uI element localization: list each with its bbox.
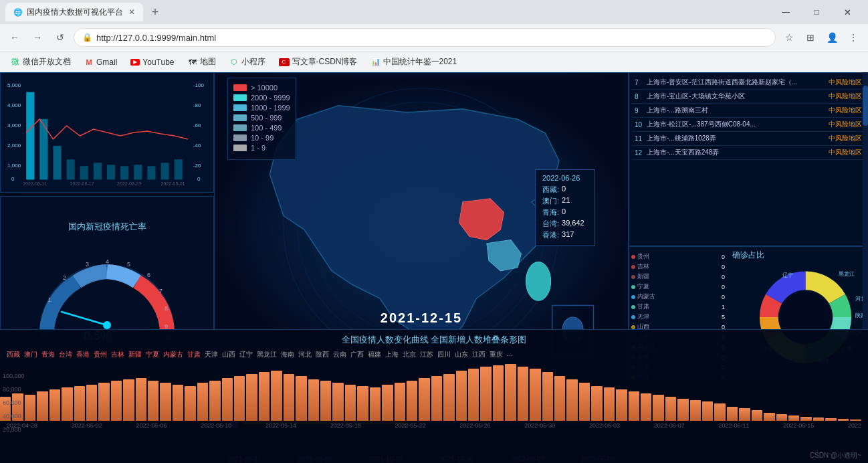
province-tab[interactable]: 香港 <box>76 350 90 359</box>
table-row: 11 上海市-...桃浦路1028弄 中风险地区 <box>632 132 865 146</box>
bar <box>395 383 405 421</box>
account-icon[interactable]: 👤 <box>823 28 841 47</box>
province-tab[interactable]: 吉林 <box>111 350 124 359</box>
bar <box>197 383 208 421</box>
scrollbar[interactable] <box>863 72 868 329</box>
legend-item: 1000 - 1999 <box>233 104 290 112</box>
province-tab[interactable]: 江苏 <box>420 350 433 359</box>
tab-close-icon[interactable]: ✕ <box>128 7 135 17</box>
province-tab[interactable]: 山东 <box>455 350 468 359</box>
map-date: 2021-12-15 <box>381 310 462 326</box>
bar <box>850 420 861 421</box>
province-tab[interactable]: 澳门 <box>24 350 37 359</box>
gauge-title: 国内新冠疫情死亡率 <box>68 221 146 233</box>
svg-rect-18 <box>107 165 115 179</box>
province-tab[interactable]: 江西 <box>472 350 485 359</box>
maximize-button[interactable]: □ <box>801 0 832 24</box>
bookmark-icon[interactable]: ☆ <box>780 28 798 47</box>
legend-item: > 10000 <box>233 84 290 92</box>
bookmark-csdn-label: 写文章-CSDN博客 <box>292 56 358 68</box>
province-tab[interactable]: 陕西 <box>316 350 329 359</box>
bar <box>345 385 356 421</box>
svg-text:2022-06-23: 2022-06-23 <box>117 181 141 186</box>
legend-item: 1 - 9 <box>233 144 290 152</box>
bookmark-miniapp[interactable]: ⬡ 小程序 <box>225 55 269 69</box>
bar <box>468 369 479 421</box>
bar <box>604 387 615 421</box>
browser-chrome: 🌐 国内疫情大数据可视化平台 ✕ + — □ ✕ ← → ↺ 🔒 http://… <box>0 0 868 72</box>
province-tab[interactable]: 甘肃 <box>187 350 201 359</box>
bookmark-csdn[interactable]: C 写文章-CSDN博客 <box>275 55 362 69</box>
province-tab[interactable]: 宁夏 <box>146 350 159 359</box>
province-tab[interactable]: ... <box>507 350 512 359</box>
bar <box>332 383 343 421</box>
province-tab[interactable]: 海南 <box>281 350 294 359</box>
bar <box>271 371 282 421</box>
back-button[interactable]: ← <box>5 28 24 47</box>
legend-label-6: 10 - 99 <box>251 134 274 142</box>
province-tab[interactable]: 四川 <box>437 350 451 359</box>
province-tab[interactable]: 云南 <box>333 350 346 359</box>
province-tab[interactable]: 山西 <box>222 350 235 359</box>
bookmark-gmail[interactable]: M Gmail <box>80 56 121 68</box>
bookmark-youtube[interactable]: ▶ YouTube <box>126 56 178 68</box>
risk-num: 12 <box>635 149 644 157</box>
svg-text:6: 6 <box>147 272 150 278</box>
svg-text:3: 3 <box>86 261 89 268</box>
province-tab[interactable]: 广西 <box>350 350 364 359</box>
svg-text:2022-06-17: 2022-06-17 <box>70 181 94 186</box>
table-row: 8 上海市-宝山区-大场镇文华苑小区 中风险地区 <box>632 90 865 104</box>
close-button[interactable]: ✕ <box>832 0 863 24</box>
svg-rect-13 <box>39 119 47 180</box>
bar <box>739 408 750 421</box>
bar <box>259 372 269 421</box>
new-tab-button[interactable]: + <box>146 3 165 21</box>
province-tab[interactable]: 新疆 <box>128 350 142 359</box>
tooltip-row: 香港:317 <box>542 230 588 240</box>
svg-text:2,000: 2,000 <box>7 143 21 149</box>
refresh-button[interactable]: ↺ <box>51 28 70 47</box>
province-tab[interactable]: 福建 <box>368 350 381 359</box>
tooltip-row: 西藏:0 <box>542 185 588 195</box>
active-tab[interactable]: 🌐 国内疫情大数据可视化平台 ✕ <box>5 3 143 21</box>
list-item: 天津5 <box>631 312 725 321</box>
legend-color-6 <box>233 134 247 141</box>
risk-num: 7 <box>635 79 644 86</box>
province-tab[interactable]: 青海 <box>41 350 55 359</box>
stats-icon: 📊 <box>371 58 381 67</box>
bar <box>111 381 122 421</box>
forward-button[interactable]: → <box>28 28 47 47</box>
province-tab[interactable]: 贵州 <box>94 350 107 359</box>
province-tab[interactable]: 北京 <box>403 350 416 359</box>
bookmark-map[interactable]: 🗺 地图 <box>184 55 220 69</box>
bar <box>566 379 577 421</box>
province-tab[interactable]: 天津 <box>205 350 218 359</box>
province-tab[interactable]: 西藏 <box>7 350 20 359</box>
address-bar[interactable]: 🔒 http://127.0.0.1:9999/main.html <box>74 28 776 47</box>
bar <box>382 385 393 421</box>
menu-icon[interactable]: ⋮ <box>844 28 863 47</box>
province-tab[interactable]: 河北 <box>298 350 312 359</box>
province-tab[interactable]: 黑龙江 <box>257 350 277 359</box>
bar <box>702 401 713 421</box>
province-tab[interactable]: 辽宁 <box>239 350 253 359</box>
list-item: 甘肃1 <box>631 302 725 311</box>
bar <box>370 387 381 421</box>
bookmark-map-label: 地图 <box>200 56 216 68</box>
bookmark-stats[interactable]: 📊 中国统计年鉴一2021 <box>367 55 461 69</box>
youtube-icon: ▶ <box>130 59 140 66</box>
minimize-button[interactable]: — <box>770 0 801 24</box>
province-tab[interactable]: 台湾 <box>59 350 72 359</box>
bookmark-weixin[interactable]: 微 微信开放文档 <box>7 55 75 69</box>
risk-addr: 上海市-...桃浦路1028弄 <box>647 134 826 143</box>
bar <box>246 374 257 421</box>
province-tab[interactable]: 上海 <box>385 350 399 359</box>
extension-icon[interactable]: ⊞ <box>801 28 820 47</box>
province-tab[interactable]: 重庆 <box>490 350 503 359</box>
scrollbar-thumb[interactable] <box>863 86 868 126</box>
tooltip-date: 2022-06-26 <box>542 174 588 182</box>
bar <box>357 386 368 421</box>
province-tab[interactable]: 内蒙古 <box>163 350 183 359</box>
svg-rect-21 <box>147 166 155 179</box>
svg-text:-80: -80 <box>193 102 201 108</box>
